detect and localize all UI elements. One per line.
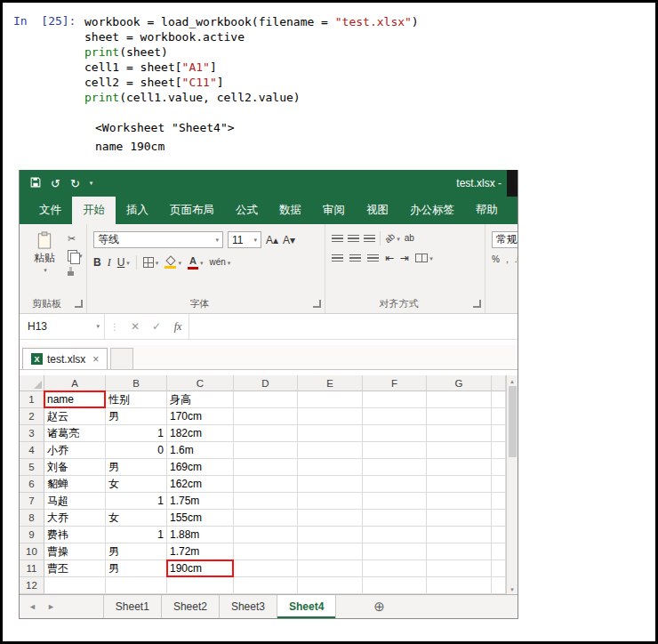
cell-F5[interactable] bbox=[363, 459, 427, 476]
cell-A10[interactable]: 曹操 bbox=[44, 543, 106, 560]
underline-button[interactable]: U▾ bbox=[117, 257, 130, 268]
cell-B7[interactable]: 1 bbox=[106, 493, 167, 510]
cell-A11[interactable]: 曹丕 bbox=[44, 560, 106, 577]
cell-G9[interactable] bbox=[427, 527, 492, 543]
cell-E4[interactable] bbox=[298, 442, 363, 459]
formula-input[interactable] bbox=[189, 314, 518, 339]
cell-E12[interactable] bbox=[298, 577, 363, 594]
cell-G10[interactable] bbox=[427, 543, 492, 560]
cell-B10[interactable]: 男 bbox=[106, 543, 167, 560]
cell-A6[interactable]: 貂蝉 bbox=[44, 476, 106, 493]
dialog-launcher-icon[interactable] bbox=[313, 300, 321, 308]
decrease-indent-icon[interactable]: ⇤ bbox=[385, 253, 394, 263]
document-tab-testxlsx[interactable]: X test.xlsx × bbox=[22, 348, 108, 369]
column-header-A[interactable]: A bbox=[44, 375, 106, 391]
cell-G11[interactable] bbox=[427, 560, 492, 577]
cell-C11[interactable]: 190cm bbox=[167, 560, 234, 577]
scrollbar-thumb[interactable] bbox=[509, 386, 517, 457]
align-bottom-icon[interactable] bbox=[364, 235, 375, 243]
insert-function-icon[interactable]: fx bbox=[167, 314, 189, 339]
ribbon-tab-page-layout[interactable]: 页面布局 bbox=[159, 197, 225, 224]
cell-F12[interactable] bbox=[363, 577, 427, 594]
scroll-up-icon[interactable]: ▲ bbox=[510, 375, 515, 386]
ribbon-tab-data[interactable]: 数据 bbox=[269, 197, 312, 224]
row-header-8[interactable]: 8 bbox=[20, 510, 44, 527]
cell-C10[interactable]: 1.72m bbox=[167, 543, 234, 560]
cell-F8[interactable] bbox=[363, 510, 427, 527]
row-header-9[interactable]: 9 bbox=[20, 527, 44, 543]
column-header-G[interactable]: G bbox=[427, 375, 492, 391]
cell-E11[interactable] bbox=[298, 560, 363, 577]
comma-style-icon[interactable]: , bbox=[506, 255, 509, 264]
cell-D1[interactable] bbox=[234, 391, 298, 408]
cell-F3[interactable] bbox=[363, 425, 427, 442]
cell-D3[interactable] bbox=[234, 425, 298, 442]
ribbon-tab-review[interactable]: 审阅 bbox=[312, 197, 356, 224]
qat-customize-icon[interactable]: ▾ bbox=[90, 180, 93, 187]
cancel-icon[interactable]: ✕ bbox=[124, 314, 146, 339]
font-name-select[interactable]: 等线 ▾ bbox=[93, 231, 223, 248]
cut-icon[interactable]: ✂ bbox=[68, 234, 76, 244]
align-top-icon[interactable] bbox=[332, 235, 343, 243]
column-header-E[interactable]: E bbox=[298, 375, 363, 391]
cell-A9[interactable]: 费祎 bbox=[44, 527, 106, 543]
row-header-10[interactable]: 10 bbox=[20, 543, 44, 560]
cell-C8[interactable]: 155cm bbox=[167, 510, 234, 527]
cell-E10[interactable] bbox=[298, 543, 363, 560]
cell-B1[interactable]: 性别 bbox=[106, 391, 167, 408]
row-header-11[interactable]: 11 bbox=[20, 560, 44, 577]
fill-color-icon[interactable]: ▾ bbox=[164, 257, 181, 269]
cell-E1[interactable] bbox=[298, 391, 363, 408]
cell-D11[interactable] bbox=[234, 560, 298, 577]
cell-B9[interactable]: 1 bbox=[106, 527, 167, 543]
cell-B3[interactable]: 1 bbox=[106, 425, 167, 442]
cell-D7[interactable] bbox=[234, 493, 298, 510]
sheet-tab-sheet3[interactable]: Sheet3 bbox=[220, 595, 277, 618]
decrease-font-icon[interactable]: A▾ bbox=[283, 235, 295, 246]
font-size-select[interactable]: 11 ▾ bbox=[228, 231, 261, 248]
row-header-3[interactable]: 3 bbox=[20, 425, 44, 442]
cell-D9[interactable] bbox=[234, 527, 298, 543]
cell-G12[interactable] bbox=[427, 577, 492, 594]
ribbon-tab-formulas[interactable]: 公式 bbox=[225, 197, 269, 224]
cell-E5[interactable] bbox=[298, 459, 363, 476]
align-center-icon[interactable] bbox=[349, 254, 361, 262]
font-color-icon[interactable]: A▾ bbox=[188, 256, 204, 270]
code-editor[interactable]: workbook = load_workbook(filename = "tes… bbox=[84, 14, 419, 105]
sheet-tab-sheet4[interactable]: Sheet4 bbox=[277, 595, 336, 618]
cell-G6[interactable] bbox=[427, 476, 492, 493]
cell-E9[interactable] bbox=[298, 527, 363, 543]
cell-F10[interactable] bbox=[363, 543, 427, 560]
row-header-7[interactable]: 7 bbox=[20, 493, 44, 510]
cell-D2[interactable] bbox=[234, 408, 298, 425]
cell-D10[interactable] bbox=[234, 543, 298, 560]
undo-icon[interactable]: ↺ bbox=[51, 178, 60, 189]
column-header-D[interactable]: D bbox=[234, 375, 298, 391]
cell-A1[interactable]: name bbox=[44, 391, 106, 408]
cell-B8[interactable]: 女 bbox=[106, 510, 167, 527]
document-tab-stub[interactable] bbox=[110, 348, 133, 369]
cell-A7[interactable]: 马超 bbox=[44, 493, 106, 510]
percent-style-icon[interactable]: % bbox=[492, 255, 500, 264]
row-header-6[interactable]: 6 bbox=[20, 476, 44, 493]
scroll-down-icon[interactable]: ▼ bbox=[510, 584, 515, 594]
save-icon[interactable] bbox=[30, 177, 41, 189]
ribbon-tab-view[interactable]: 视图 bbox=[356, 197, 399, 224]
column-header-C[interactable]: C bbox=[167, 375, 234, 391]
orientation-icon[interactable]: ab▾ bbox=[385, 234, 400, 243]
name-box[interactable]: H13 ▾ bbox=[20, 314, 105, 339]
cell-G1[interactable] bbox=[427, 391, 492, 408]
cell-B4[interactable]: 0 bbox=[106, 442, 167, 459]
increase-indent-icon[interactable]: ⇥ bbox=[400, 253, 409, 263]
cell-C3[interactable]: 182cm bbox=[167, 425, 234, 442]
cell-F4[interactable] bbox=[363, 442, 427, 459]
cell-B2[interactable]: 男 bbox=[106, 408, 167, 425]
cell-G8[interactable] bbox=[427, 510, 492, 527]
cell-D5[interactable] bbox=[234, 459, 298, 476]
ribbon-tab-office-tab[interactable]: 办公标签 bbox=[399, 197, 465, 224]
sheet-tab-sheet2[interactable]: Sheet2 bbox=[162, 595, 220, 618]
row-header-2[interactable]: 2 bbox=[20, 408, 44, 425]
number-format-select[interactable]: 常规 ▾ bbox=[492, 231, 518, 248]
formula-splitter[interactable]: ⋮ bbox=[105, 314, 124, 339]
increase-font-icon[interactable]: A▴ bbox=[266, 235, 278, 246]
